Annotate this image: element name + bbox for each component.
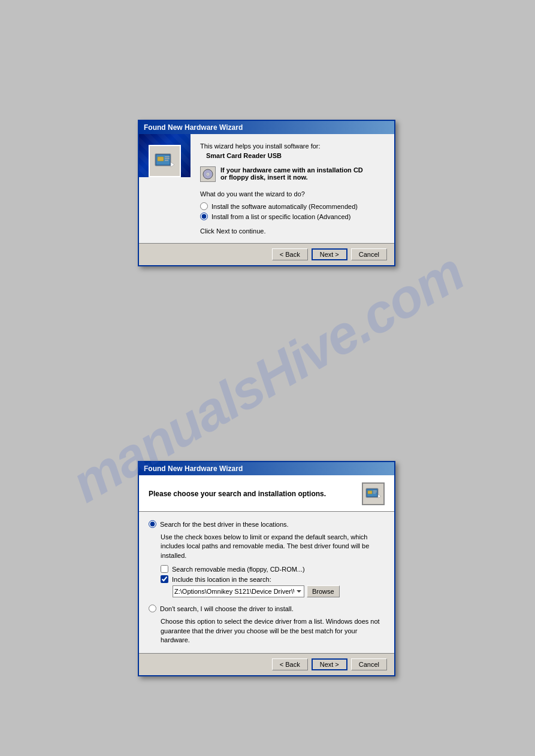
dialog2-next-button[interactable]: Next > [312,658,347,670]
dialog2-title: Found New Hardware Wizard [144,464,243,473]
svg-rect-2 [158,157,164,161]
dont-search-radio-row[interactable]: Don't search, I will choose the driver t… [149,605,385,612]
auto-install-label: Install the software automatically (Reco… [211,203,358,210]
dialog-1: Found New Hardware Wizard This w [138,120,395,266]
search-hint-block: Use the check boxes below to limit or ex… [161,533,385,597]
path-dropdown[interactable]: Z:\Options\Omnikey S121\Device Driver\W3… [173,585,304,597]
dialog1-sidebar [139,134,191,177]
dialog2-body: Search for the best driver in these loca… [139,512,394,653]
dialog1-back-button[interactable]: < Back [272,248,308,260]
dialog2-header-title: Please choose your search and installati… [149,490,326,498]
dialog2-titlebar: Found New Hardware Wizard [139,462,394,475]
dialog2-hw-icon [362,482,385,505]
dialog1-body: This wizard helps you install software f… [139,134,394,243]
hardware-icon-box [149,145,181,177]
cd-hint-row: If your hardware came with an installati… [200,166,385,182]
removable-media-label: Search removable media (floppy, CD-ROM..… [172,566,305,573]
dialog1-title: Found New Hardware Wizard [144,123,243,132]
auto-install-radio[interactable] [200,202,208,210]
specific-location-radio[interactable] [200,212,208,220]
dont-search-label: Don't search, I will choose the driver t… [160,605,294,612]
checkbox-removable-media[interactable]: Search removable media (floppy, CD-ROM..… [161,565,385,573]
intro-text: This wizard helps you install software f… [200,142,385,150]
specific-location-label: Install from a list or specific location… [211,213,350,220]
dialog2-footer: < Back Next > Cancel [139,653,394,675]
dialog2-back-button[interactable]: < Back [272,658,308,670]
removable-media-checkbox[interactable] [161,565,168,573]
svg-marker-6 [171,162,174,167]
path-row: Z:\Options\Omnikey S121\Device Driver\W3… [173,585,385,597]
radio-auto-install[interactable]: Install the software automatically (Reco… [200,202,385,210]
question-label: What do you want the wizard to do? [200,190,385,198]
click-next-text: Click Next to continue. [200,227,385,235]
cd-icon [200,166,216,182]
dont-search-hint: Choose this option to select the device … [161,617,385,645]
cd-icon-svg [202,168,214,180]
search-hint-text: Use the check boxes below to limit or ex… [161,533,385,560]
svg-point-9 [207,174,208,175]
checkbox-include-location[interactable]: Include this location in the search: [161,575,385,583]
dialog-2: Found New Hardware Wizard Please choose … [138,461,395,676]
radio-specific-location[interactable]: Install from a list or specific location… [200,212,385,220]
browse-button[interactable]: Browse [307,585,340,597]
dialog1-content: This wizard helps you install software f… [191,134,394,243]
dialog1-titlebar: Found New Hardware Wizard [139,121,394,134]
search-best-label: Search for the best driver in these loca… [160,521,289,528]
dialog2-hw-icon-svg [364,485,382,503]
svg-rect-12 [368,491,372,494]
include-location-checkbox[interactable] [161,575,168,583]
search-best-radio[interactable] [149,520,156,528]
dont-search-radio[interactable] [149,605,156,612]
dialog1-cancel-button[interactable]: Cancel [351,248,387,260]
device-name: Smart Card Reader USB [206,152,385,159]
cd-hint-text: If your hardware came with an installati… [220,166,363,181]
search-best-radio-row[interactable]: Search for the best driver in these loca… [149,520,385,528]
dialog2-header: Please choose your search and installati… [139,475,394,512]
dialog1-footer: < Back Next > Cancel [139,243,394,265]
hardware-icon [153,149,177,173]
dialog1-next-button[interactable]: Next > [312,248,347,260]
svg-marker-16 [378,494,381,498]
include-location-label: Include this location in the search: [172,576,271,583]
dialog2-cancel-button[interactable]: Cancel [351,658,387,670]
